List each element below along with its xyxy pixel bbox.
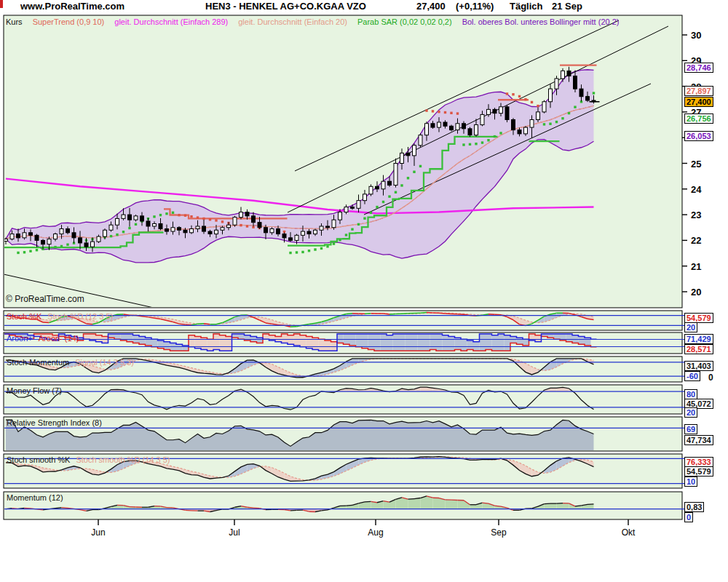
- prorealtime-window: www.ProRealTime.com HEN3 - HENKEL AG+CO.…: [0, 0, 728, 582]
- month-label: Jul: [229, 527, 240, 538]
- chart-title-change: (+0,11%): [456, 1, 494, 14]
- price-axis-tick-label: 30: [691, 30, 701, 41]
- indicator-value-box: 20: [684, 407, 697, 418]
- chart-title-date: 21 Sep: [552, 1, 582, 14]
- panel-label-stoch[interactable]: Stoch %KStoch %D (12 3 5): [7, 312, 113, 321]
- price-value-box: 27,400: [684, 97, 713, 107]
- panel-label-part[interactable]: Money Flow (7): [7, 386, 62, 395]
- chart-title-price: 27,400: [416, 1, 446, 14]
- panel-label-rsi[interactable]: Relative Strength Index (8): [7, 418, 102, 427]
- month-label: Jun: [91, 527, 105, 538]
- price-value-box: 26,053: [684, 131, 713, 141]
- panel-label-part[interactable]: Relative Strength Index (8): [7, 418, 102, 427]
- price-axis-tick-label: 20: [691, 287, 701, 298]
- month-label: Aug: [368, 527, 383, 538]
- watermark: © ProRealTime.com: [6, 294, 84, 304]
- price-axis-tick-label: 25: [691, 159, 701, 170]
- chart-title-symbol: HEN3 - HENKEL AG+CO.KGAA VZO: [205, 1, 366, 14]
- indicator-value-box: 80: [684, 389, 697, 399]
- window-edge-mark: [0, 0, 3, 8]
- panel-label-part[interactable]: Stoch smooth %K: [7, 455, 70, 464]
- site-link[interactable]: www.ProRealTime.com: [20, 1, 124, 14]
- price-axis-tick-label: 24: [691, 184, 701, 195]
- indicator-value-box: 54,579: [684, 313, 713, 323]
- panel-label-part[interactable]: Stoch %K: [7, 312, 41, 321]
- indicator-value-box: 20: [684, 322, 697, 332]
- panel-label-part[interactable]: Aroon- (14): [39, 334, 79, 343]
- price-value-box: 26,756: [684, 113, 713, 124]
- month-label: Sep: [491, 527, 506, 538]
- indicator-value-box: 0,83: [684, 502, 704, 512]
- panel-label-part[interactable]: Aroon+: [7, 334, 33, 343]
- main-chart-area: [4, 15, 682, 308]
- indicator-value-box: 10: [684, 477, 697, 487]
- legend-indicator-3[interactable]: gleit. Durchschnitt (Einfach 20): [238, 17, 347, 26]
- legend-indicator-5[interactable]: Bol. oberes Bol. unteres Bollinger mitt …: [462, 17, 620, 26]
- legend-indicator-2[interactable]: gleit. Durchschnitt (Einfach 289): [114, 17, 228, 26]
- panel-label-stochsm[interactable]: Stoch smooth %KStoch smooth %D (14 3 5): [7, 455, 170, 464]
- panel-label-momentum[interactable]: Momentum (12): [7, 493, 63, 502]
- price-axis-tick-label: 22: [691, 235, 701, 246]
- indicator-value-box: 47,734: [684, 435, 713, 445]
- price-value-box: 28,746: [684, 63, 713, 73]
- main-chart-legend: KursSuperTrend (0,9 10)gleit. Durchschni…: [6, 17, 619, 26]
- chart-title-period[interactable]: Täglich: [510, 1, 543, 14]
- panel-label-part[interactable]: Stoch Momentum: [7, 358, 69, 367]
- panel-label-part[interactable]: Momentum (12): [7, 493, 63, 502]
- chart-canvas[interactable]: [0, 0, 728, 582]
- axis-zero-label: 0: [708, 372, 713, 383]
- legend-indicator-1[interactable]: SuperTrend (0,9 10): [33, 17, 105, 26]
- legend-kurs: Kurs: [6, 17, 23, 26]
- indicator-value-box: 31,403: [684, 361, 713, 371]
- panel-label-part[interactable]: Stoch %D (12 3 5): [47, 312, 113, 321]
- indicator-value-box: 54,579: [684, 466, 713, 477]
- indicator-value-box: -60: [684, 371, 700, 381]
- indicator-value-box: 28,571: [684, 344, 713, 354]
- panel-label-part[interactable]: Signal (14 3 5 3): [75, 358, 134, 367]
- indicator-value-box: 71,429: [684, 334, 713, 344]
- price-value-box: 27,897: [684, 86, 713, 96]
- price-axis-tick-label: 21: [691, 261, 701, 272]
- panel-label-mflow[interactable]: Money Flow (7): [7, 386, 62, 395]
- indicator-value-box: 69: [684, 424, 697, 434]
- indicator-value-box: 0: [684, 512, 693, 522]
- panel-label-smi[interactable]: Stoch MomentumSignal (14 3 5 3): [7, 358, 134, 367]
- panel-label-aroon[interactable]: Aroon+Aroon- (14): [7, 334, 79, 343]
- legend-indicator-4[interactable]: Parab SAR (0,02 0,02 0,2): [357, 17, 452, 26]
- indicator-value-box: 76,333: [684, 457, 713, 467]
- panel-label-part[interactable]: Stoch smooth %D (14 3 5): [76, 455, 170, 464]
- price-axis-tick-label: 23: [691, 210, 701, 220]
- month-label: Okt: [622, 527, 636, 538]
